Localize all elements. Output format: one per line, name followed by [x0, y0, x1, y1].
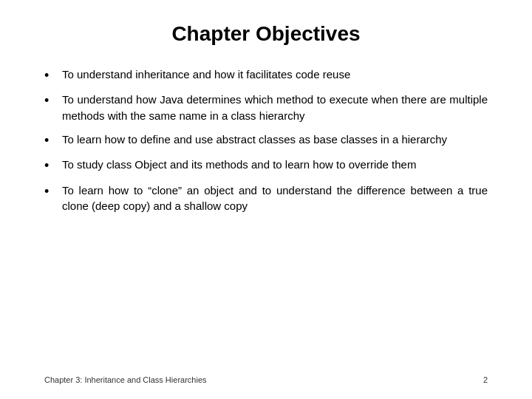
slide-footer: Chapter 3: Inheritance and Class Hierarc… — [44, 375, 488, 384]
bullet-item: •To learn how to define and use abstract… — [44, 132, 488, 149]
bullet-text-3: To learn how to define and use abstract … — [62, 132, 488, 148]
footer-left: Chapter 3: Inheritance and Class Hierarc… — [44, 375, 207, 384]
bullet-text-5: To learn how to “clone” an object and to… — [62, 183, 488, 215]
footer-right: 2 — [483, 375, 488, 384]
bullet-item: •To learn how to “clone” an object and t… — [44, 183, 488, 215]
slide-title: Chapter Objectives — [44, 22, 488, 46]
bullet-text-1: To understand inheritance and how it fac… — [62, 66, 488, 83]
bullet-item: •To understand inheritance and how it fa… — [44, 66, 488, 84]
slide: Chapter Objectives •To understand inheri… — [0, 0, 532, 399]
bullet-list: •To understand inheritance and how it fa… — [44, 66, 488, 371]
bullet-item: •To study class Object and its methods a… — [44, 157, 488, 174]
bullet-item: •To understand how Java determines which… — [44, 92, 488, 124]
bullet-dot-icon: • — [44, 183, 59, 200]
bullet-dot-icon: • — [44, 92, 59, 109]
bullet-text-2: To understand how Java determines which … — [62, 92, 488, 124]
bullet-dot-icon: • — [44, 132, 59, 149]
bullet-dot-icon: • — [44, 67, 59, 84]
bullet-text-4: To study class Object and its methods an… — [62, 157, 488, 173]
bullet-dot-icon: • — [44, 157, 59, 174]
